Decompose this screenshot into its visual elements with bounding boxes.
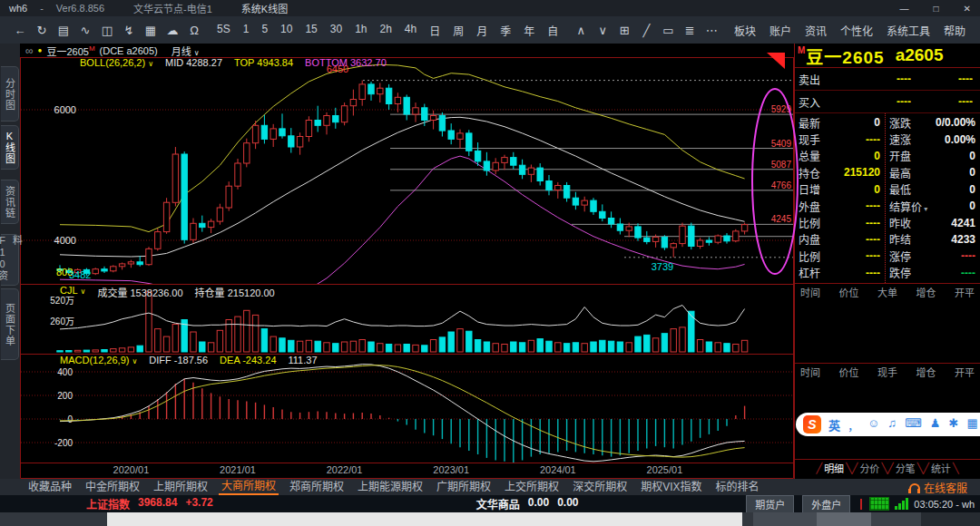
sidebar-item-分时图[interactable]: 分时图 — [1, 66, 19, 122]
exchange-tab-期权VIX指数[interactable]: 期权VIX指数 — [638, 480, 704, 494]
period-button-年[interactable]: 年 — [517, 23, 541, 38]
account-button-期货户[interactable]: 期货户 — [746, 495, 794, 513]
crosshair-icon[interactable]: ⊞ — [613, 24, 635, 37]
period-button-4h[interactable]: 4h — [398, 23, 423, 38]
link-icon[interactable]: ∞ — [25, 44, 34, 57]
exchange-tab-大商所期权[interactable]: 大商所期权 — [219, 479, 279, 495]
period-button-周[interactable]: 周 — [446, 23, 470, 38]
zoom-out-icon[interactable]: ∨ — [592, 24, 613, 37]
panel-tab-明细[interactable]: 明细 — [822, 461, 846, 475]
keyboard-icon[interactable]: ⌨ — [905, 416, 922, 433]
boll-header[interactable]: BOLL(26,26,2)∨ MID 4288.27 TOP 4943.84 B… — [80, 57, 387, 68]
wh-index-value: 0.00 — [528, 496, 549, 511]
back-icon[interactable]: ← — [9, 24, 31, 37]
exchange-tab-上期能源期权[interactable]: 上期能源期权 — [355, 480, 426, 494]
zoom-in-icon[interactable]: ∧ — [570, 24, 592, 37]
table2-header-时间: 时间 — [800, 365, 820, 379]
skin-icon[interactable]: ✱ — [948, 416, 958, 433]
tick-chart-icon[interactable]: ∿ — [74, 24, 96, 37]
alert-bell-icon[interactable]: Ω — [183, 24, 205, 37]
taskbar-segment[interactable] — [753, 512, 817, 526]
menu-item[interactable]: 系统工具 — [887, 23, 930, 38]
period-button-30[interactable]: 30 — [324, 23, 348, 38]
taskbar-segment[interactable] — [921, 512, 980, 526]
macd-header[interactable]: MACD(12,26,9)∨ DIFF -187.56 DEA -243.24 … — [60, 355, 318, 365]
kline-canvas[interactable]: 600040004002000-200520万260万5929540950874… — [20, 44, 794, 479]
left-sidebar: 分时图K线图资讯链F10资料页面下单 — [0, 44, 20, 479]
rect-tool-icon[interactable]: ▭ — [657, 24, 679, 37]
punctuation-icon[interactable]: ， — [848, 416, 859, 433]
sogou-logo-icon[interactable]: S — [803, 415, 821, 433]
panel-tab-分笔[interactable]: 分笔 — [894, 461, 917, 475]
panel-tab-分价[interactable]: 分价 — [858, 461, 881, 475]
quote-row-昨收: 昨收4241 — [886, 214, 980, 230]
exchange-tab-上交所期权[interactable]: 上交所期权 — [502, 480, 562, 494]
menu-item[interactable]: 板块 — [734, 23, 756, 38]
period-button-季[interactable]: 季 — [494, 23, 517, 38]
indicator-icon[interactable]: ↯ — [118, 24, 140, 37]
exchange-tab-深交所期权[interactable]: 深交所期权 — [570, 480, 630, 494]
menu-item[interactable]: 个性化 — [840, 23, 873, 38]
more-icon[interactable]: ⋯ — [701, 24, 722, 37]
period-button-自[interactable]: 自 — [541, 23, 564, 38]
period-button-2h[interactable]: 2h — [374, 23, 398, 38]
table1-header-大单: 大单 — [877, 285, 897, 299]
period-button-1h[interactable]: 1h — [348, 23, 373, 38]
sidebar-item-F10资料[interactable]: F10资料 — [1, 234, 19, 286]
menu-item[interactable]: 资讯 — [805, 23, 827, 38]
multi-grid-icon[interactable]: ▦ — [140, 24, 162, 37]
menu-item[interactable]: 账户 — [769, 23, 791, 38]
exchange-tab-上期所期权[interactable]: 上期所期权 — [151, 480, 211, 494]
sogou-input-toolbar[interactable]: S 英 ，☺♫⌨♟✱▦✚ — [796, 413, 980, 436]
voice-icon[interactable]: ♫ — [887, 416, 897, 433]
period-button-5[interactable]: 5 — [255, 23, 274, 38]
account-button-外盘户[interactable]: 外盘户 — [802, 495, 850, 513]
svg-text:200: 200 — [57, 391, 73, 401]
exchange-tab-中金所期权[interactable]: 中金所期权 — [83, 480, 142, 494]
kline-chart-area[interactable]: 600040004002000-200520万260万5929540950874… — [20, 44, 794, 479]
ask-row[interactable]: 卖出 ---- ---- — [795, 68, 980, 91]
period-button-月[interactable]: 月 — [470, 23, 494, 38]
sidebar-item-K线图[interactable]: K线图 — [1, 125, 19, 170]
period-dropdown[interactable]: 月线∨ — [172, 44, 200, 58]
toolbox-icon[interactable]: ▦ — [966, 416, 977, 433]
exchange-tab-广期所期权[interactable]: 广期所期权 — [434, 480, 494, 494]
index-label[interactable]: 上证指数 — [86, 496, 130, 511]
cjl-header[interactable]: CJL∨ 成交量 1538236.00 持仓量 215120.00 — [60, 285, 275, 299]
taskbar-segment[interactable] — [871, 512, 921, 526]
language-toggle-icon[interactable]: 英 — [828, 416, 840, 433]
period-button-5S[interactable]: 5S — [211, 23, 237, 38]
online-service-link[interactable]: 在线客服 — [909, 480, 967, 495]
detail-list[interactable] — [795, 299, 980, 363]
clock: 03:05:20 - wh — [914, 499, 975, 510]
quote-list-icon[interactable]: ▤ — [53, 24, 74, 37]
period-button-15[interactable]: 15 — [299, 23, 323, 38]
taskbar-window-preview[interactable] — [107, 512, 742, 526]
bid-row[interactable]: 买入 ---- ---- — [795, 91, 980, 113]
maximize-button[interactable]: □ — [934, 4, 939, 14]
keyboard-status-icon[interactable] — [869, 497, 889, 511]
trendline-icon[interactable]: ╱ — [635, 24, 657, 37]
menu-item[interactable]: 帮助 — [944, 23, 965, 38]
kline-chart-icon[interactable]: ◫ — [96, 24, 118, 37]
quote-row-涨跌: 涨跌0/0.00% — [886, 114, 980, 131]
minimize-button[interactable]: — — [900, 4, 909, 14]
sidebar-item-资讯链[interactable]: 资讯链 — [1, 180, 19, 224]
account-icon[interactable]: ♟ — [930, 416, 941, 433]
exchange-tab-收藏品种[interactable]: 收藏品种 — [25, 480, 74, 494]
exchange-tab-标的排名[interactable]: 标的排名 — [712, 480, 761, 494]
layers-icon[interactable]: ≣ — [679, 24, 701, 37]
symbol-name[interactable]: 豆一2605M — [46, 44, 94, 58]
period-button-日[interactable]: 日 — [423, 23, 446, 38]
exchange-tab-郑商所期权[interactable]: 郑商所期权 — [287, 480, 347, 494]
wh-index-label[interactable]: 文华商品 — [476, 496, 520, 511]
period-button-1[interactable]: 1 — [237, 23, 256, 38]
refresh-icon[interactable]: ↻ — [31, 24, 53, 37]
close-button[interactable]: ✕ — [964, 4, 971, 14]
cloud-icon[interactable]: ☁ — [162, 24, 183, 37]
sidebar-item-页面下单[interactable]: 页面下单 — [1, 288, 19, 360]
taskbar-segment[interactable] — [817, 512, 871, 526]
panel-tab-统计[interactable]: 统计 — [929, 461, 953, 475]
period-button-10[interactable]: 10 — [274, 23, 299, 38]
emoji-icon[interactable]: ☺ — [867, 416, 879, 433]
